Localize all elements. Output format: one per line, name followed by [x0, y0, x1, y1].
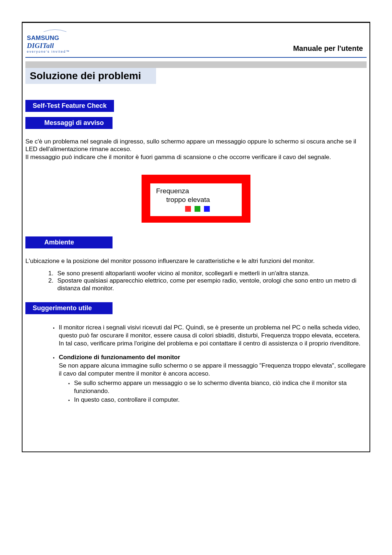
- manual-title: Manuale per l'utente: [293, 44, 363, 53]
- heading-environment: Ambiente: [25, 236, 113, 248]
- document-page: SAMSUNG DIGITall everyone's invited™ Man…: [0, 0, 392, 555]
- heading-warning-messages: Messaggi di avviso: [25, 117, 113, 129]
- green-square-icon: [195, 206, 200, 212]
- warning-box: Frequenza troppo elevata: [142, 175, 250, 223]
- tip-text: Se non appare alcuna immagine sullo sche…: [59, 362, 366, 377]
- divider-blue: [25, 57, 367, 58]
- tip-sublist: Se sullo schermo appare un messaggio o s…: [59, 379, 367, 404]
- list-item: Spostare qualsiasi apparecchio elettrico…: [55, 277, 367, 292]
- logo-swoosh-icon: [27, 29, 83, 32]
- divider-gray-bar: [25, 61, 367, 68]
- warning-paragraph: Se c'è un problema nel segnale di ingres…: [25, 138, 367, 161]
- rgb-indicator: [156, 206, 239, 213]
- tip-text: Il monitor ricrea i segnali visivi ricev…: [59, 324, 360, 347]
- tips-list: Il monitor ricrea i segnali visivi ricev…: [25, 324, 367, 404]
- blue-square-icon: [204, 206, 210, 212]
- logo-tagline: everyone's invited™: [27, 50, 85, 53]
- tip-bold-lead: Condizione di funzionamento del monitor: [59, 354, 180, 361]
- warning-box-inner: Frequenza troppo elevata: [150, 183, 242, 216]
- list-item: Se sullo schermo appare un messaggio o s…: [68, 379, 367, 395]
- red-square-icon: [185, 206, 191, 212]
- warning-line2: troppo elevata: [156, 196, 239, 204]
- environment-list: Se sono presenti altoparlanti woofer vic…: [25, 270, 367, 292]
- list-item: Se sono presenti altoparlanti woofer vic…: [55, 270, 367, 277]
- list-item: In questo caso, controllare il computer.: [68, 396, 367, 404]
- list-item: Condizione di funzionamento del monitor …: [53, 353, 367, 404]
- logo-brand-text: SAMSUNG: [27, 35, 59, 41]
- heading-self-test: Self-Test Feature Check: [25, 100, 114, 112]
- header-row: SAMSUNG DIGITall everyone's invited™ Man…: [23, 23, 369, 55]
- logo-brand-italic: DIGITall: [27, 42, 54, 49]
- page-title-wrap: Soluzione dei problemi: [25, 68, 156, 84]
- environment-paragraph: L'ubicazione e la posizione del monitor …: [25, 257, 367, 265]
- heading-useful-tip: Suggerimento utile: [25, 302, 113, 314]
- content-area: Self-Test Feature Check Messaggi di avvi…: [23, 84, 369, 404]
- brand-logo: SAMSUNG DIGITall everyone's invited™: [27, 28, 85, 53]
- page-title: Soluzione dei problemi: [25, 68, 156, 84]
- list-item: Il monitor ricrea i segnali visivi ricev…: [53, 324, 367, 348]
- warning-line1: Frequenza: [156, 187, 239, 195]
- content-frame: SAMSUNG DIGITall everyone's invited™ Man…: [22, 22, 370, 452]
